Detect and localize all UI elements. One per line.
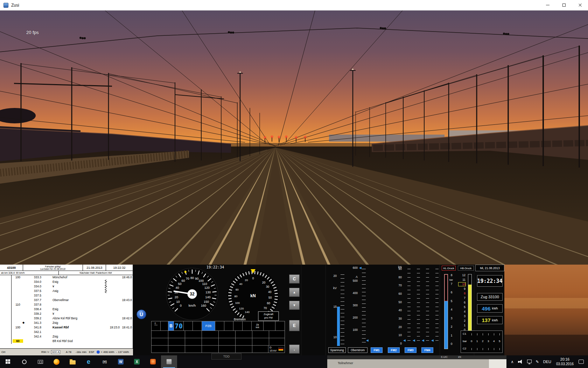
mfa-zero: 0	[154, 322, 158, 325]
zusi-app-icon[interactable]	[145, 355, 161, 368]
word-icon-glyph: W	[118, 359, 124, 364]
file-explorer-icon-glyph	[70, 360, 76, 364]
svg-text:90: 90	[195, 277, 198, 280]
start-button[interactable]	[0, 355, 16, 368]
timetable-header: 43100 Fahrplan gültig! La-Daten für 21.0…	[0, 265, 133, 271]
fm3-marker-icon: ◀	[422, 339, 424, 342]
sim-viewport[interactable]: 20 fps	[0, 11, 588, 265]
button-up[interactable]: ▲	[289, 288, 300, 297]
svg-text:70: 70	[264, 306, 267, 310]
svg-text:pro FM: pro FM	[264, 316, 273, 319]
svg-text:140: 140	[245, 311, 250, 314]
svg-text:120: 120	[239, 307, 244, 310]
svg-text:150: 150	[204, 300, 209, 304]
button-c[interactable]: C	[289, 274, 300, 284]
tdd-button[interactable]: TDD	[211, 353, 241, 360]
mfa-display: 0 B 70 PZB Zä sus	[151, 321, 285, 353]
svg-text:100: 100	[235, 301, 240, 305]
kn-label: kN	[458, 356, 461, 358]
status-delay: -18± min	[76, 350, 86, 354]
close-icon	[578, 3, 582, 7]
scale-label: 40	[393, 308, 402, 312]
svg-text:50: 50	[268, 296, 272, 299]
timetable-date: 21.08.2013	[83, 265, 106, 271]
close-button[interactable]	[572, 0, 588, 10]
fm1-button[interactable]: FM1	[371, 347, 383, 353]
volume-icon[interactable]	[516, 355, 525, 368]
tray-clock[interactable]: 20:16 03.03.2016	[553, 355, 576, 368]
timetable-cell: 339.2	[28, 312, 41, 315]
mail-icon[interactable]: ✉	[97, 355, 113, 368]
taskbar-icons: e✉WX	[0, 355, 177, 368]
ue-button[interactable]: Ü	[136, 309, 146, 319]
timetable-cell: ¥	[52, 312, 57, 315]
button-e[interactable]: E	[289, 320, 300, 331]
tray-date: 03.03.2016	[556, 362, 574, 366]
status-ort: Ort	[1, 350, 5, 354]
button-down[interactable]: ▼	[289, 301, 300, 310]
minimize-button[interactable]	[540, 0, 556, 10]
language-indicator[interactable]: DEU	[541, 355, 553, 368]
timetable-cell: 19:42.0	[120, 316, 132, 320]
maximize-button[interactable]	[556, 0, 572, 10]
file-explorer-icon[interactable]	[64, 355, 80, 368]
force-gauge: 020304050607020406080100120140kNBremsenZ…	[226, 269, 280, 323]
scale-label: 2	[458, 319, 465, 322]
scale-label: 20	[393, 325, 402, 329]
background-window: E-UIC kN Teilnehmer	[327, 355, 506, 368]
c2-ticks	[471, 348, 500, 350]
timetable-statusbar: Ort RW / r 600 A A 78 -18± min ESF + 496…	[0, 348, 133, 355]
svg-text:160: 160	[201, 304, 206, 307]
svg-text:20: 20	[175, 295, 178, 299]
scale-label: 4	[449, 308, 454, 311]
next-stop-info: Nächster Halt: Paderborn Hbf	[59, 271, 133, 275]
scale-label: 10	[328, 335, 337, 339]
word-icon[interactable]: W	[113, 355, 129, 368]
timetable-cell: 334.0	[28, 280, 41, 284]
brake-cylinder-display: C1 bar 0 1 2 3 4 5 C2	[461, 330, 503, 353]
excel-icon[interactable]: X	[129, 355, 145, 368]
search-icon[interactable]	[16, 355, 32, 368]
task-view-icon-glyph	[38, 360, 43, 364]
scale-label: 70	[393, 284, 402, 287]
minimize-icon	[546, 5, 550, 5]
pen-icon[interactable]: ✎	[534, 355, 541, 368]
timetable-row: 334.0¥	[0, 284, 133, 289]
current-limit-marker-icon: ◀	[359, 266, 362, 270]
status-direction: RW / r	[41, 350, 49, 354]
timetable-row: 100333.3Mönchehof19:46.0	[0, 275, 133, 280]
fm3-button[interactable]: FM3	[405, 347, 416, 353]
svg-text:40: 40	[175, 286, 179, 289]
action-center-icon[interactable]	[576, 355, 586, 368]
scale-label: 2	[449, 325, 454, 328]
spannung-button[interactable]: Spannung	[328, 347, 346, 353]
current-scale: 500400300200100	[349, 265, 358, 355]
svg-text:110: 110	[202, 282, 207, 286]
timetable-cell: 110	[13, 303, 23, 306]
scale-label: 12	[458, 273, 465, 277]
scale-label: 3	[449, 316, 454, 320]
task-view-icon[interactable]	[32, 355, 48, 368]
network-icon[interactable]	[525, 355, 534, 368]
timetable-cell: Obervellmar	[52, 298, 104, 302]
scale-label: 60	[393, 292, 402, 295]
oberstrom-button[interactable]: Oberstrom	[348, 347, 368, 353]
firefox-icon[interactable]	[48, 355, 64, 368]
fm2-button[interactable]: FM2	[388, 347, 400, 353]
bar-0: 0	[471, 340, 472, 343]
tray-expand-icon[interactable]: ∧	[509, 355, 516, 368]
active-app-icon[interactable]	[161, 355, 177, 368]
edge-icon[interactable]: e	[80, 355, 97, 368]
timetable-cell: ◆	[22, 321, 27, 324]
scale-label: 5	[458, 305, 465, 309]
button-dot[interactable]: .	[289, 345, 300, 354]
timetable-row: 337.5Asig	[0, 289, 133, 293]
scale-label: 9	[458, 287, 465, 291]
timetable-row: ◆341.3Zsig	[0, 321, 133, 325]
timetable-notice: Fahrplan gültig! La-Daten für 21.08.2013…	[23, 265, 83, 271]
energy-in-unit: kWh	[492, 307, 498, 310]
scale-label: 300	[349, 304, 358, 307]
timetable-row: 339.2Abzw Ksl Rbf Berg19:42.0	[0, 316, 133, 321]
fm4-button[interactable]: FM4	[421, 347, 433, 353]
status-esf: ESF	[89, 350, 94, 354]
